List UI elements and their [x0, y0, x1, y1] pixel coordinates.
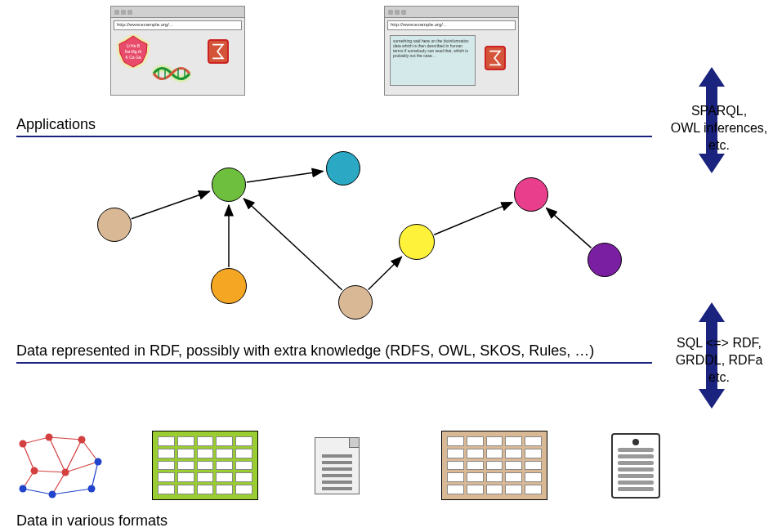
svg-line-25: [52, 472, 65, 494]
svg-point-36: [95, 458, 102, 466]
graph-node: [514, 177, 548, 212]
svg-point-38: [49, 491, 56, 498]
document-icon: [315, 437, 360, 494]
graph-node: [326, 151, 360, 186]
datagrid-tan-icon: [441, 431, 547, 500]
svg-line-13: [247, 172, 323, 182]
svg-point-39: [20, 485, 27, 493]
graph-node: [338, 285, 373, 320]
svg-point-33: [78, 436, 86, 444]
arrow-label-top: SPARQL, OWL inferences, etc.: [670, 103, 768, 154]
svg-point-34: [31, 467, 38, 475]
svg-line-27: [52, 489, 92, 494]
server-icon: [611, 433, 660, 498]
svg-point-37: [88, 485, 96, 493]
arrow-label-bottom: SQL <=> RDF, GRDDL, RDFa etc.: [670, 335, 768, 386]
svg-line-15: [434, 203, 512, 235]
svg-line-20: [23, 444, 34, 471]
svg-line-28: [23, 489, 52, 494]
datagrid-green-icon: [152, 431, 258, 500]
svg-line-16: [547, 208, 592, 248]
svg-point-32: [46, 434, 53, 441]
graph-node: [212, 168, 246, 202]
svg-line-22: [34, 471, 65, 472]
svg-line-18: [23, 437, 49, 444]
svg-line-23: [82, 440, 98, 462]
svg-line-26: [92, 462, 98, 489]
network-graph-icon: [0, 0, 131, 532]
graph-node: [211, 268, 247, 304]
svg-line-10: [132, 191, 210, 218]
graph-node: [399, 224, 435, 260]
svg-line-14: [369, 257, 402, 289]
svg-line-12: [244, 199, 342, 290]
graph-node: [588, 243, 622, 277]
graph-node: [97, 208, 132, 242]
svg-line-21: [49, 437, 65, 472]
data-formats-label: Data in various formats: [16, 512, 168, 530]
svg-point-35: [62, 469, 69, 476]
svg-point-31: [20, 440, 27, 448]
svg-line-19: [49, 437, 82, 440]
